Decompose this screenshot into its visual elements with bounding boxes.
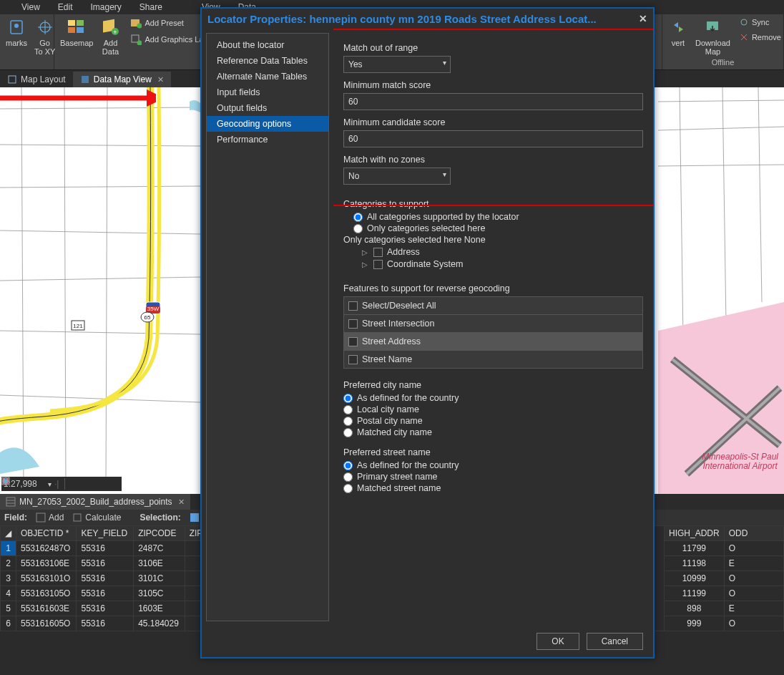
min-candidate-input[interactable] [343,130,643,147]
menu-view[interactable]: View [21,2,40,12]
reverse-features-list[interactable]: Select/Deselect AllStreet IntersectionSt… [343,296,643,369]
min-match-input[interactable] [343,93,643,110]
close-icon[interactable]: ✕ [178,497,185,507]
table-row[interactable]: 5553161603E553161603E [1,601,213,616]
svg-rect-6 [77,20,84,26]
svg-rect-57 [6,497,15,506]
locator-properties-dialog: Locator Properties: hennepin county mn 2… [200,7,655,659]
table-row[interactable]: 999O [665,616,784,631]
table-row[interactable]: 2553163106E553163106E [1,556,213,571]
svg-rect-5 [68,20,75,26]
table-row[interactable]: 6553161605O5531645.184029 [1,616,213,631]
pref-street-radio-1[interactable] [343,472,353,482]
attribute-table-tab[interactable]: MN_27053_2002_Build_address_points ✕ [0,494,190,510]
magnet-icon[interactable] [82,478,94,490]
svg-rect-61 [74,514,81,521]
categories-all-radio[interactable] [353,213,363,222]
svg-rect-19 [9,76,16,83]
dialog-title: Locator Properties: hennepin county mn 2… [207,13,597,25]
svg-rect-14 [132,35,139,42]
preset-icon [130,17,142,29]
close-icon[interactable]: ✕ [639,13,647,24]
table-row[interactable]: 3553163101O553163101C [1,571,213,586]
checkbox-icon[interactable] [348,355,358,364]
match-no-zones-select[interactable]: No [343,167,451,185]
sidebar-item-output-fields[interactable]: Output fields [207,100,328,116]
sidebar-item-about-the-locator[interactable]: About the locator [207,37,328,53]
checkbox-icon[interactable] [348,337,358,346]
tab-map-layout[interactable]: Map Layout [0,72,73,87]
checkbox-icon[interactable] [348,301,358,311]
feature-row[interactable]: Street Intersection [344,315,643,333]
pref-city-radio-1[interactable] [343,405,353,414]
layout-icon [7,74,17,84]
categories-label: Categories to support [343,199,643,209]
dialog-sidebar: About the locatorReference Data TablesAl… [206,33,329,621]
sidebar-item-performance[interactable]: Performance [207,132,328,147]
map-icon [80,74,90,84]
pref-street-radio-0[interactable] [343,461,353,470]
sync-button[interactable]: Sync [738,16,783,29]
table-row[interactable]: 898E [665,601,784,616]
sidebar-item-input-fields[interactable]: Input fields [207,84,328,100]
play-icon[interactable] [108,478,119,490]
table-row[interactable]: 1553162487O553162487C [1,541,213,556]
pref-city-radio-2[interactable] [343,417,353,426]
checkbox-icon[interactable] [348,319,358,329]
dropdown-icon[interactable]: ▾ [48,480,52,488]
add-field-button[interactable]: Add [36,513,64,523]
attribute-table-right[interactable]: HIGH_ADDR ODD 11799O11198E10999O11199O89… [664,525,784,631]
match-out-of-range-select[interactable]: Yes [343,56,451,73]
convert-button[interactable]: vert [667,16,690,49]
categories-selected-radio[interactable] [353,224,363,233]
tree-item-coordinate[interactable]: ▷Coordinate System [362,259,643,269]
menu-edit[interactable]: Edit [58,2,73,12]
svg-text:65: 65 [144,314,151,321]
feature-row[interactable]: Street Address [344,333,643,351]
pref-city-radio-3[interactable] [343,428,353,437]
table-row[interactable]: 11799O [665,541,784,556]
ok-button[interactable]: OK [536,633,579,650]
svg-marker-56 [4,478,9,484]
svg-rect-8 [77,27,84,33]
table-row[interactable]: 11198E [665,556,784,571]
sidebar-item-geocoding-options[interactable]: Geocoding options [207,116,328,132]
close-icon[interactable]: ✕ [157,75,164,84]
goto-xy-button[interactable]: Go To XY [33,16,57,57]
download-map-button[interactable]: Download Map [694,16,732,57]
feature-row[interactable]: Street Name [344,351,643,369]
table-row[interactable]: 4553163105O553163105C [1,586,213,601]
airport-label: Minneapolis-St Paul International Airpor… [702,452,778,471]
tab-data-map-view[interactable]: Data Map View ✕ [73,72,171,87]
calculate-button[interactable]: Calculate [72,513,121,523]
offline-group-label: Offline [667,58,779,68]
row-header[interactable]: ◢ [1,526,16,541]
bookmarks-button[interactable]: marks [4,16,29,49]
pref-city-radio-0[interactable] [343,394,353,403]
sidebar-item-reference-data-tables[interactable]: Reference Data Tables [207,53,328,69]
remove-button[interactable]: Remove [738,31,783,44]
svg-rect-20 [82,76,89,83]
menu-share[interactable]: Share [139,2,162,12]
svg-rect-7 [68,27,75,33]
pause-icon[interactable] [69,478,81,490]
add-data-button[interactable]: + Add Data [99,16,122,57]
svg-text:35W: 35W [147,306,160,312]
basemap-button[interactable]: Basemap [59,16,94,49]
grid-icon[interactable] [95,478,107,490]
menu-imagery[interactable]: Imagery [90,2,121,12]
table-icon [6,497,16,507]
cancel-button[interactable]: Cancel [587,633,643,650]
min-candidate-label: Minimum candidate score [343,117,643,127]
tree-item-address[interactable]: ▷Address [362,247,643,257]
feature-row[interactable]: Select/Deselect All [344,297,643,315]
add-graphics-layer-button[interactable]: Add Graphics Lay [129,32,208,47]
table-row[interactable]: 11199O [665,586,784,601]
table-row[interactable]: 10999O [665,571,784,586]
sidebar-item-alternate-name-tables[interactable]: Alternate Name Tables [207,69,328,84]
dialog-content: Match out of range Yes Minimum match sco… [333,29,653,626]
pref-street-radio-2[interactable] [343,484,353,493]
svg-point-1 [14,24,19,28]
add-preset-button[interactable]: Add Preset [129,16,208,30]
attribute-table-left[interactable]: ◢ OBJECTID * KEY_FIELD ZIPCODE ZIP_ 1553… [0,525,213,631]
